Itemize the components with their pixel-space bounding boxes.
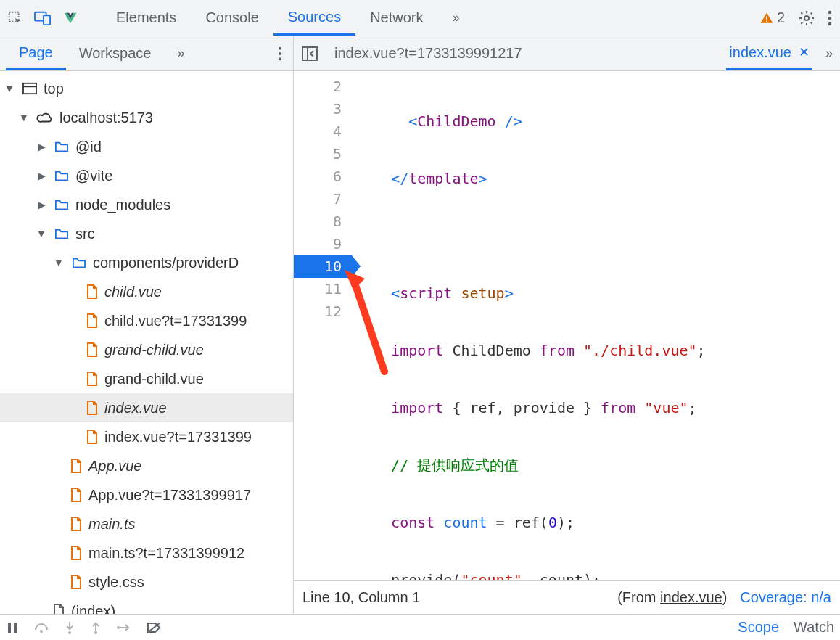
tree-label: components/providerD — [93, 255, 239, 271]
tree-label: index.vue?t=17331399 — [104, 429, 252, 446]
nav-tab-workspace[interactable]: Workspace — [66, 36, 165, 70]
svg-rect-4 — [766, 20, 767, 22]
tree-label: main.ts?t=17331399912 — [88, 545, 244, 562]
file-icon — [86, 400, 99, 416]
tree-folder[interactable]: ▶ @vite — [0, 161, 293, 190]
svg-point-6 — [828, 10, 832, 14]
breakpoint-line-10[interactable]: 10 — [294, 255, 352, 278]
tab-network[interactable]: Network — [355, 0, 437, 36]
line-gutter[interactable]: 234 567 89 10 1112 — [294, 71, 352, 580]
code-editor[interactable]: 234 567 89 10 1112 <ChildDemo /> </templ… — [294, 71, 840, 580]
step-out-icon[interactable] — [90, 620, 102, 635]
nav-tab-page[interactable]: Page — [6, 36, 66, 70]
file-tab-1[interactable]: index.vue ✕ — [726, 36, 812, 70]
file-icon — [52, 603, 65, 614]
step-over-icon[interactable] — [33, 621, 49, 634]
tree-file[interactable]: index.vue?t=17331399 — [0, 422, 293, 451]
tree-file[interactable]: main.ts — [0, 509, 293, 538]
folder-icon — [54, 227, 70, 240]
file-icon — [86, 284, 99, 300]
tree-file[interactable]: child.vue?t=17331399 — [0, 306, 293, 335]
code-content[interactable]: <ChildDemo /> </template> <script setup>… — [352, 71, 840, 580]
tree-file[interactable]: grand-child.vue — [0, 364, 293, 393]
navigator-tabs: Page Workspace » — [0, 36, 294, 70]
warning-icon — [759, 11, 774, 25]
tab-sources[interactable]: Sources — [273, 0, 355, 36]
deactivate-breakpoints-icon[interactable] — [147, 622, 161, 633]
chevron-right-icon: ▶ — [35, 199, 48, 210]
gear-icon[interactable] — [798, 9, 815, 27]
editor-statusbar: Line 10, Column 1 (From index.vue) Cover… — [294, 580, 840, 614]
tree-label: style.css — [88, 574, 144, 591]
tree-label: child.vue?t=17331399 — [104, 313, 247, 329]
tree-file[interactable]: App.vue — [0, 451, 293, 480]
tree-label: child.vue — [104, 284, 162, 300]
file-tab-0[interactable]: index.vue?t=1733139991217 — [332, 36, 525, 70]
kebab-icon[interactable] — [827, 10, 833, 26]
chevron-right-icon: ▶ — [35, 170, 48, 181]
tree-file[interactable]: grand-child.vue — [0, 335, 293, 364]
file-icon — [86, 313, 99, 329]
chevron-down-icon: ▼ — [3, 83, 16, 94]
tab-elements[interactable]: Elements — [102, 0, 191, 36]
file-icon — [86, 371, 99, 387]
svg-point-20 — [40, 630, 43, 633]
device-toggle-icon[interactable] — [33, 10, 52, 26]
svg-rect-14 — [23, 83, 36, 94]
kebab-icon[interactable] — [277, 46, 283, 61]
tree-folder[interactable]: ▶ @id — [0, 132, 293, 161]
folder-icon — [54, 140, 70, 153]
chevron-down-icon: ▼ — [17, 112, 30, 123]
cloud-icon — [36, 111, 54, 124]
main-area: ▼ top ▼ localhost:5173 ▶ @id ▶ @vite ▶ — [0, 71, 840, 614]
file-icon — [86, 342, 99, 358]
file-tree[interactable]: ▼ top ▼ localhost:5173 ▶ @id ▶ @vite ▶ — [0, 71, 294, 614]
pause-icon[interactable] — [6, 621, 19, 634]
toggle-navigator-icon[interactable] — [301, 46, 318, 62]
vue-devtools-icon[interactable] — [62, 10, 78, 26]
chevron-down-icon: ▼ — [35, 228, 48, 239]
tab-console[interactable]: Console — [191, 0, 273, 36]
tree-folder-components[interactable]: ▼ components/providerD — [0, 248, 293, 277]
debugger-tab-watch[interactable]: Watch — [794, 619, 834, 636]
file-tabs-overflow[interactable]: » — [825, 46, 833, 61]
tree-origin[interactable]: ▼ localhost:5173 — [0, 103, 293, 132]
file-tab-label: index.vue — [729, 44, 791, 61]
tree-label: node_modules — [75, 197, 170, 213]
step-into-icon[interactable] — [64, 620, 75, 635]
tree-label: @id — [75, 139, 102, 155]
tabs-overflow[interactable]: » — [438, 0, 474, 36]
source-origin-link[interactable]: index.vue — [660, 589, 722, 605]
tree-label: (index) — [71, 603, 115, 615]
devtools-toolbar: Elements Console Sources Network » 2 — [0, 0, 840, 36]
coverage-status[interactable]: Coverage: n/a — [740, 589, 831, 606]
warnings-count: 2 — [777, 9, 785, 26]
tree-label: localhost:5173 — [59, 110, 153, 126]
tree-top[interactable]: ▼ top — [0, 74, 293, 103]
inspect-icon[interactable] — [7, 10, 23, 26]
debugger-tab-scope[interactable]: Scope — [738, 619, 779, 636]
tree-label: src — [75, 226, 95, 242]
svg-point-10 — [279, 52, 281, 54]
warnings-badge[interactable]: 2 — [759, 9, 785, 26]
cursor-position: Line 10, Column 1 — [302, 589, 420, 606]
tree-folder-src[interactable]: ▼ src — [0, 219, 293, 248]
tree-file[interactable]: child.vue — [0, 277, 293, 306]
sources-subrow: Page Workspace » index.vue?t=17331399912… — [0, 36, 840, 71]
svg-rect-2 — [44, 15, 50, 25]
tree-label: App.vue — [88, 458, 141, 475]
tree-file-index[interactable]: (index) — [0, 596, 293, 614]
nav-tabs-overflow[interactable]: » — [164, 36, 197, 70]
close-icon[interactable]: ✕ — [799, 44, 810, 60]
tree-file[interactable]: App.vue?t=17331399917 — [0, 480, 293, 509]
debugger-toolbar: Scope Watch — [0, 614, 840, 640]
svg-point-9 — [279, 46, 281, 49]
folder-icon — [54, 198, 70, 211]
file-icon — [70, 516, 83, 532]
tree-file[interactable]: main.ts?t=17331399912 — [0, 538, 293, 567]
tree-file-selected[interactable]: index.vue — [0, 393, 293, 422]
tree-label: main.ts — [88, 516, 135, 533]
tree-file[interactable]: style.css — [0, 567, 293, 596]
step-icon[interactable] — [116, 622, 132, 633]
tree-folder[interactable]: ▶ node_modules — [0, 190, 293, 219]
